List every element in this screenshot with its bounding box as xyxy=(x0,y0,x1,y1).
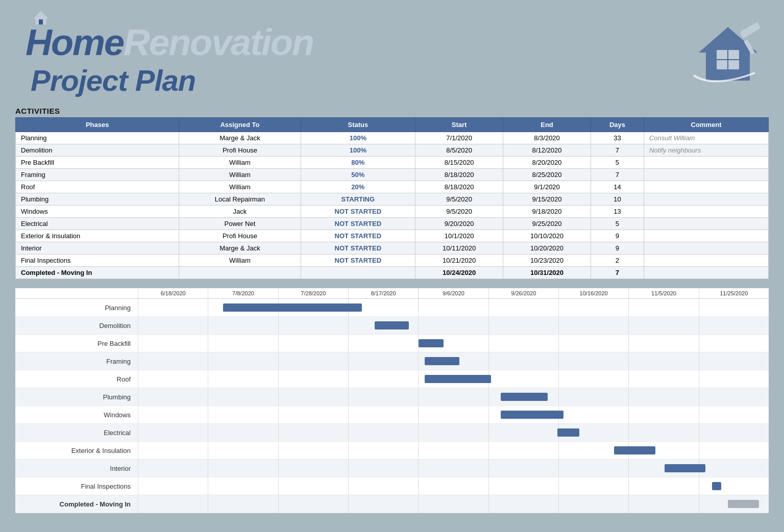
table-row: Exterior & Insulation Profi House NOT ST… xyxy=(16,230,769,242)
gantt-col-line xyxy=(418,477,419,495)
cell-days: 2 xyxy=(591,255,644,267)
gantt-col-line xyxy=(699,495,699,513)
gantt-col-line xyxy=(348,370,349,388)
gantt-col-line xyxy=(628,317,629,334)
gantt-col-line xyxy=(348,460,349,477)
gantt-col-line xyxy=(418,317,419,334)
cell-status: NOT STARTED xyxy=(301,230,415,242)
cell-end: 8/20/2020 xyxy=(503,157,591,169)
cell-status: NOT STARTED xyxy=(301,242,415,255)
cell-status xyxy=(301,267,415,279)
cell-start: 8/5/2020 xyxy=(415,144,503,157)
cell-phase: Pre Backfill xyxy=(16,157,179,169)
cell-start: 8/15/2020 xyxy=(415,157,503,169)
gantt-col-line xyxy=(138,424,138,441)
gantt-col-line xyxy=(348,477,349,495)
gantt-col-line xyxy=(558,460,559,477)
gantt-row-label: Completed - Moving In xyxy=(15,495,138,513)
header: Home Renovation Project Plan xyxy=(15,10,769,97)
cell-end: 8/3/2020 xyxy=(503,132,591,144)
gantt-row: Roof xyxy=(15,370,769,388)
gantt-bar xyxy=(665,464,705,472)
cell-comment xyxy=(644,242,768,255)
cell-assigned: Power Net xyxy=(179,218,301,230)
gantt-col-line xyxy=(138,477,138,495)
gantt-col-line xyxy=(558,442,559,459)
gantt-date-label: 9/6/2020 xyxy=(418,288,488,298)
cell-end: 10/31/2020 xyxy=(503,267,591,279)
gantt-col-line xyxy=(558,495,559,513)
gantt-bar-area xyxy=(138,460,769,477)
gantt-bar xyxy=(614,446,655,454)
gantt-col-line xyxy=(418,442,419,459)
title-area: Home Renovation Project Plan xyxy=(26,10,313,97)
svg-rect-6 xyxy=(740,22,761,38)
cell-start: 10/11/2020 xyxy=(415,242,503,255)
gantt-col-line xyxy=(138,370,138,388)
gantt-row: Planning xyxy=(15,299,769,317)
gantt-col-line xyxy=(628,477,629,495)
cell-phase: Electrical xyxy=(16,218,179,230)
gantt-col-line xyxy=(558,388,559,406)
cell-start: 10/21/2020 xyxy=(415,255,503,267)
title-line2: Project Plan xyxy=(31,63,195,97)
gantt-col-line xyxy=(488,495,489,513)
page-wrapper: Home Renovation Project Plan xyxy=(0,0,784,528)
gantt-col-line xyxy=(278,460,279,477)
gantt-col-line xyxy=(278,495,279,513)
gantt-row: Interior xyxy=(15,460,769,477)
gantt-row-label: Framing xyxy=(15,352,138,370)
gantt-col-line xyxy=(699,388,699,406)
gantt-row: Completed - Moving In xyxy=(15,495,769,513)
cell-start: 10/1/2020 xyxy=(415,230,503,242)
gantt-col-line xyxy=(488,442,489,459)
gantt-row: Exterior & Insulation xyxy=(15,442,769,460)
gantt-col-line xyxy=(348,317,349,334)
gantt-col-line xyxy=(208,388,208,406)
gantt-date-label: 11/5/2020 xyxy=(628,288,698,298)
gantt-col-line xyxy=(699,370,699,388)
cell-status: STARTING xyxy=(301,193,415,206)
cell-assigned: William xyxy=(179,181,301,193)
cell-comment xyxy=(644,169,768,181)
cell-phase: Windows xyxy=(16,206,179,218)
cell-days: 33 xyxy=(591,132,644,144)
cell-phase: Roof xyxy=(16,181,179,193)
cell-start: 9/5/2020 xyxy=(415,206,503,218)
gantt-row-label: Pre Backfill xyxy=(15,335,138,352)
cell-assigned: Profi House xyxy=(179,144,301,157)
gantt-col-line xyxy=(418,424,419,441)
gantt-row-label: Plumbing xyxy=(15,388,138,406)
cell-days: 5 xyxy=(591,157,644,169)
gantt-row: Final Inspections xyxy=(15,477,769,495)
cell-days: 13 xyxy=(591,206,644,218)
col-days: Days xyxy=(591,118,644,132)
gantt-col-line xyxy=(208,317,208,334)
title-line1: Home Renovation xyxy=(26,10,313,63)
gantt-col-line xyxy=(699,335,699,352)
cell-phase: Plumbing xyxy=(16,193,179,206)
cell-comment xyxy=(644,230,768,242)
cell-status: 100% xyxy=(301,144,415,157)
gantt-col-line xyxy=(699,424,699,441)
table-row: Planning Marge & Jack 100% 7/1/2020 8/3/… xyxy=(16,132,769,144)
gantt-col-line xyxy=(488,388,489,406)
gantt-col-line xyxy=(418,370,419,388)
table-row: Plumbing Local Repairman STARTING 9/5/20… xyxy=(16,193,769,206)
gantt-col-line xyxy=(138,442,138,459)
cell-phase: Exterior & Insulation xyxy=(16,230,179,242)
gantt-date-label: 10/16/2020 xyxy=(558,288,628,298)
gantt-bar-area xyxy=(138,370,769,388)
gantt-row: Framing xyxy=(15,352,769,370)
gantt-col-line xyxy=(278,477,279,495)
cell-start: 9/20/2020 xyxy=(415,218,503,230)
gantt-bar xyxy=(425,357,459,365)
gantt-row-label: Exterior & Insulation xyxy=(15,442,138,459)
gantt-col-line xyxy=(278,424,279,441)
gantt-row: Plumbing xyxy=(15,388,769,406)
cell-phase: Demolition xyxy=(16,144,179,157)
table-row: Completed - Moving In 10/24/2020 10/31/2… xyxy=(16,267,769,279)
gantt-col-line xyxy=(348,495,349,513)
gantt-col-line xyxy=(348,335,349,352)
gantt-col-line xyxy=(208,370,208,388)
